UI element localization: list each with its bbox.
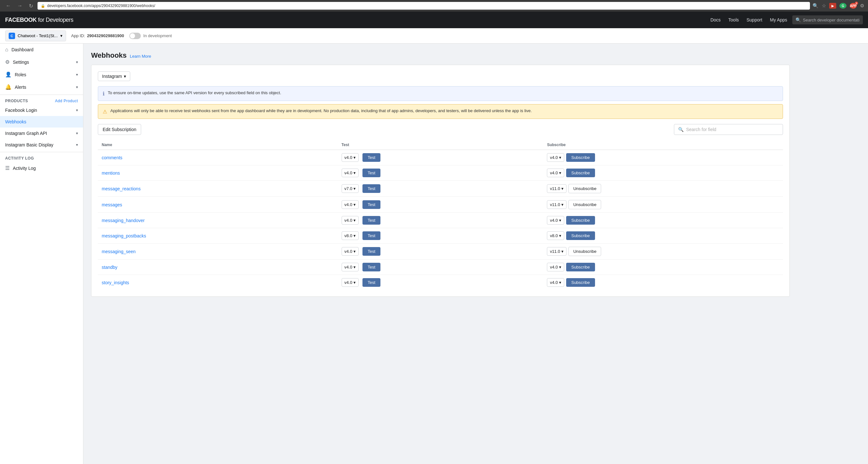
unsubscribe-button-message_reactions[interactable]: Unsubscribe bbox=[568, 184, 601, 193]
test-button-messaging_seen[interactable]: Test bbox=[363, 247, 380, 256]
subscribe-version-select-standby[interactable]: v4.0 ▾ bbox=[547, 263, 564, 271]
test-button-story_insights[interactable]: Test bbox=[363, 278, 380, 287]
edit-subscription-button[interactable]: Edit Subscription bbox=[98, 124, 141, 135]
browser-chrome: ← → ↻ 🔒 developers.facebook.com/apps/290… bbox=[0, 0, 868, 11]
test-cell: v4.0 ▾ Test bbox=[338, 165, 544, 181]
test-button-messages[interactable]: Test bbox=[363, 200, 380, 209]
col-header-subscribe: Subscribe bbox=[543, 140, 783, 150]
field-name-link-message_reactions[interactable]: message_reactions bbox=[102, 186, 141, 191]
test-version-select-story_insights[interactable]: v4.0 ▾ bbox=[342, 278, 359, 287]
test-button-mentions[interactable]: Test bbox=[363, 169, 380, 177]
dev-toggle-switch[interactable] bbox=[129, 33, 141, 39]
browser-actions: 🔍 ☆ ▶ G APP 1 ⚙ bbox=[812, 3, 864, 9]
test-version-select-messaging_postbacks[interactable]: v8.0 ▾ bbox=[342, 231, 359, 240]
test-cell: v4.0 ▾ Test bbox=[338, 213, 544, 228]
subscribe-button-messaging_handover[interactable]: Subscribe bbox=[566, 216, 595, 225]
field-name-link-messaging_seen[interactable]: messaging_seen bbox=[102, 249, 136, 254]
sidebar-item-alerts[interactable]: 🔔 Alerts ▾ bbox=[0, 81, 83, 93]
subscribe-cell: v4.0 ▾ Subscribe bbox=[543, 275, 783, 290]
field-name-link-messaging_postbacks[interactable]: messaging_postbacks bbox=[102, 233, 146, 238]
subscribe-version-select-mentions[interactable]: v4.0 ▾ bbox=[547, 169, 564, 177]
test-button-comments[interactable]: Test bbox=[363, 153, 380, 162]
sidebar: ⌂ Dashboard ⚙ Settings ▾ 👤 Roles ▾ 🔔 Ale… bbox=[0, 43, 84, 464]
subscribe-cell: v8.0 ▾ Subscribe bbox=[543, 228, 783, 243]
nav-docs[interactable]: Docs bbox=[711, 17, 721, 23]
field-name-link-messages[interactable]: messages bbox=[102, 202, 122, 207]
subscribe-version-select-story_insights[interactable]: v4.0 ▾ bbox=[547, 278, 564, 287]
sidebar-item-settings[interactable]: ⚙ Settings ▾ bbox=[0, 56, 83, 68]
table-row: messages v4.0 ▾ Test v11.0 ▾ Unsubscribe bbox=[98, 197, 783, 213]
extension-red[interactable]: ▶ bbox=[829, 3, 836, 9]
test-version-select-mentions[interactable]: v4.0 ▾ bbox=[342, 169, 359, 177]
sidebar-item-dashboard[interactable]: ⌂ Dashboard bbox=[0, 43, 83, 56]
subscribe-button-mentions[interactable]: Subscribe bbox=[566, 169, 595, 177]
test-cell: v4.0 ▾ Test bbox=[338, 150, 544, 165]
search-field-input[interactable] bbox=[686, 127, 779, 132]
subscribe-cell: v4.0 ▾ Subscribe bbox=[543, 213, 783, 228]
subscribe-version-select-messages[interactable]: v11.0 ▾ bbox=[547, 200, 566, 209]
sidebar-label-alerts: Alerts bbox=[15, 85, 26, 90]
back-button[interactable]: ← bbox=[4, 2, 13, 9]
subscribe-button-story_insights[interactable]: Subscribe bbox=[566, 278, 595, 287]
extension-green[interactable]: G bbox=[839, 3, 846, 9]
header-search-input[interactable] bbox=[803, 18, 860, 23]
settings-icon[interactable]: ⚙ bbox=[860, 3, 864, 9]
subscribe-version-select-messaging_postbacks[interactable]: v8.0 ▾ bbox=[547, 231, 564, 240]
learn-more-link[interactable]: Learn More bbox=[130, 54, 151, 59]
alert-warning: ⚠ Applications will only be able to rece… bbox=[98, 104, 783, 119]
instagram-dropdown-label: Instagram bbox=[102, 74, 122, 79]
field-name-link-comments[interactable]: comments bbox=[102, 155, 123, 160]
url-bar[interactable]: 🔒 developers.facebook.com/apps/290432902… bbox=[37, 2, 810, 10]
field-name-link-standby[interactable]: standby bbox=[102, 265, 117, 270]
logo-light: for Developers bbox=[37, 16, 73, 23]
test-version-select-messaging_handover[interactable]: v4.0 ▾ bbox=[342, 216, 359, 225]
col-header-name: Name bbox=[98, 140, 338, 150]
nav-tools[interactable]: Tools bbox=[728, 17, 739, 23]
subscribe-cell: v11.0 ▾ Unsubscribe bbox=[543, 243, 783, 260]
test-button-messaging_handover[interactable]: Test bbox=[363, 216, 380, 225]
field-name-link-messaging_handover[interactable]: messaging_handover bbox=[102, 218, 145, 223]
test-version-select-message_reactions[interactable]: v7.0 ▾ bbox=[342, 184, 359, 193]
field-name-link-mentions[interactable]: mentions bbox=[102, 170, 120, 176]
test-version-select-comments[interactable]: v4.0 ▾ bbox=[342, 153, 359, 162]
unsubscribe-button-messages[interactable]: Unsubscribe bbox=[568, 200, 601, 209]
subscribe-version-select-comments[interactable]: v4.0 ▾ bbox=[547, 153, 564, 162]
sidebar-item-instagram-basic-display[interactable]: Instagram Basic Display ▾ bbox=[0, 139, 83, 151]
header-search-box[interactable]: 🔍 bbox=[792, 15, 863, 24]
subscribe-version-select-message_reactions[interactable]: v11.0 ▾ bbox=[547, 184, 566, 193]
sidebar-item-facebook-login[interactable]: Facebook Login ▾ bbox=[0, 104, 83, 116]
instagram-dropdown[interactable]: Instagram ▾ bbox=[98, 71, 130, 81]
nav-support[interactable]: Support bbox=[746, 17, 762, 23]
table-row: messaging_handover v4.0 ▾ Test v4.0 ▾ Su… bbox=[98, 213, 783, 228]
test-version-select-messages[interactable]: v4.0 ▾ bbox=[342, 200, 359, 209]
test-version-select-standby[interactable]: v4.0 ▾ bbox=[342, 263, 359, 271]
zoom-icon[interactable]: 🔍 bbox=[812, 3, 818, 9]
field-name-cell: standby bbox=[98, 260, 338, 275]
refresh-button[interactable]: ↻ bbox=[27, 2, 35, 10]
field-name-link-story_insights[interactable]: story_insights bbox=[102, 280, 129, 285]
subscribe-button-comments[interactable]: Subscribe bbox=[566, 153, 595, 162]
subscribe-button-messaging_postbacks[interactable]: Subscribe bbox=[566, 231, 595, 240]
test-button-message_reactions[interactable]: Test bbox=[363, 184, 380, 193]
sidebar-label-settings: Settings bbox=[13, 60, 29, 65]
nav-my-apps[interactable]: My Apps bbox=[770, 17, 787, 23]
sidebar-item-instagram-graph-api[interactable]: Instagram Graph API ▾ bbox=[0, 128, 83, 139]
sidebar-item-roles[interactable]: 👤 Roles ▾ bbox=[0, 68, 83, 81]
search-field-box[interactable]: 🔍 bbox=[674, 124, 783, 135]
instagram-dropdown-chevron: ▾ bbox=[124, 74, 126, 79]
subscribe-button-standby[interactable]: Subscribe bbox=[566, 263, 595, 271]
extension-badge[interactable]: APP 1 bbox=[850, 3, 857, 9]
subscribe-version-select-messaging_seen[interactable]: v11.0 ▾ bbox=[547, 247, 566, 256]
subscribe-version-select-messaging_handover[interactable]: v4.0 ▾ bbox=[547, 216, 564, 225]
unsubscribe-button-messaging_seen[interactable]: Unsubscribe bbox=[568, 247, 601, 256]
test-button-standby[interactable]: Test bbox=[363, 263, 380, 271]
bookmark-icon[interactable]: ☆ bbox=[822, 3, 826, 9]
forward-button[interactable]: → bbox=[16, 2, 24, 9]
test-version-select-messaging_seen[interactable]: v4.0 ▾ bbox=[342, 247, 359, 256]
test-button-messaging_postbacks[interactable]: Test bbox=[363, 231, 380, 240]
sidebar-item-activity-log[interactable]: ☰ Activity Log bbox=[0, 162, 83, 174]
add-product-link[interactable]: Add Product bbox=[55, 99, 78, 103]
app-selector[interactable]: C Chatwoot - Test1(St... ▾ bbox=[5, 30, 66, 41]
sidebar-item-webhooks[interactable]: Webhooks bbox=[0, 116, 83, 128]
activity-log-icon: ☰ bbox=[5, 165, 10, 171]
